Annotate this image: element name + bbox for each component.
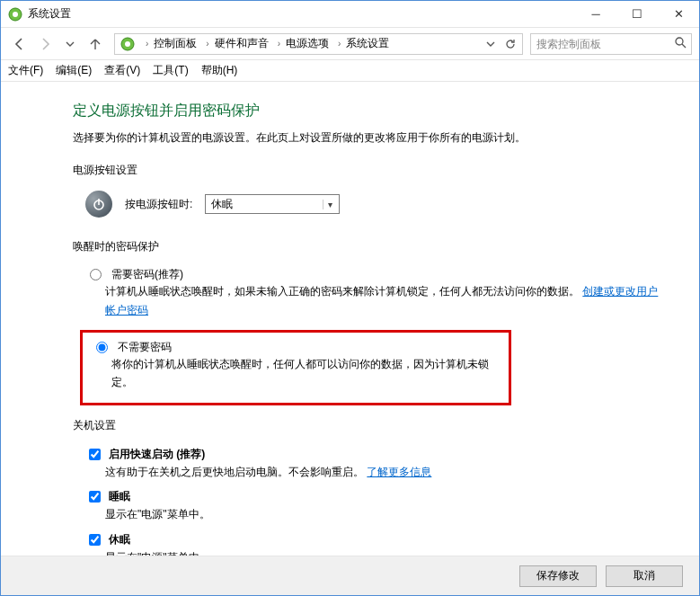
svg-point-3 <box>125 41 130 47</box>
learn-more-link[interactable]: 了解更多信息 <box>367 466 431 478</box>
hibernate-desc: 显示在"电源"菜单中。 <box>85 548 663 556</box>
refresh-button[interactable] <box>501 34 520 54</box>
svg-line-5 <box>682 44 686 48</box>
radio-require-password[interactable]: 需要密码(推荐) 计算机从睡眠状态唤醒时，如果未输入正确的密码来解除计算机锁定，… <box>73 267 663 319</box>
checkbox-fast-startup-label: 启用快速启动 (推荐) <box>109 447 205 462</box>
radio-no-password-input[interactable] <box>96 342 108 353</box>
section-wake-password: 唤醒时的密码保护 <box>73 239 663 254</box>
search-icon[interactable] <box>673 37 688 51</box>
checkbox-hibernate-label: 休眠 <box>109 532 130 547</box>
menu-tools[interactable]: 工具(T) <box>153 63 188 78</box>
footer-bar: 保存修改 取消 <box>1 556 699 595</box>
up-button[interactable] <box>84 32 107 56</box>
menu-help[interactable]: 帮助(H) <box>201 63 238 78</box>
checkbox-sleep[interactable] <box>89 491 101 503</box>
save-button[interactable]: 保存修改 <box>519 565 597 587</box>
navigation-bar: ›控制面板 ›硬件和声音 ›电源选项 ›系统设置 <box>1 28 699 60</box>
recent-dropdown-button[interactable] <box>58 32 82 56</box>
page-description: 选择要为你的计算机设置的电源设置。在此页上对设置所做的更改将应用于你所有的电源计… <box>73 129 663 147</box>
page-title: 定义电源按钮并启用密码保护 <box>73 102 663 120</box>
chevron-down-icon: ▾ <box>323 200 337 209</box>
menu-bar: 文件(F) 编辑(E) 查看(V) 工具(T) 帮助(H) <box>1 60 699 82</box>
radio-no-password[interactable]: 不需要密码 将你的计算机从睡眠状态唤醒时，任何人都可以访问你的数据，因为计算机未… <box>92 340 500 392</box>
forward-button[interactable] <box>33 32 57 56</box>
no-password-desc: 将你的计算机从睡眠状态唤醒时，任何人都可以访问你的数据，因为计算机未锁定。 <box>92 355 500 392</box>
radio-require-password-input[interactable] <box>90 269 102 280</box>
breadcrumb-segment[interactable]: ›系统设置 <box>332 34 393 54</box>
close-button[interactable]: ✕ <box>658 1 699 28</box>
cancel-button[interactable]: 取消 <box>606 565 683 587</box>
app-icon <box>8 7 22 22</box>
minimize-button[interactable]: ─ <box>575 1 616 28</box>
maximize-button[interactable]: ☐ <box>616 1 658 28</box>
menu-edit[interactable]: 编辑(E) <box>56 63 92 78</box>
sleep-desc: 显示在"电源"菜单中。 <box>85 505 663 523</box>
checkbox-sleep-label: 睡眠 <box>109 489 130 504</box>
search-box[interactable] <box>530 33 692 55</box>
highlight-annotation: 不需要密码 将你的计算机从睡眠状态唤醒时，任何人都可以访问你的数据，因为计算机未… <box>80 330 511 405</box>
address-dropdown-button[interactable] <box>481 34 501 54</box>
svg-point-4 <box>676 38 683 45</box>
fast-startup-desc: 这有助于在关机之后更快地启动电脑。不会影响重启。 <box>105 466 364 478</box>
radio-require-password-label: 需要密码(推荐) <box>111 267 183 282</box>
checkbox-fast-startup[interactable] <box>89 449 101 460</box>
power-button-label: 按电源按钮时: <box>125 197 192 212</box>
breadcrumb-segment[interactable]: ›电源选项 <box>272 34 332 54</box>
content-area: 定义电源按钮并启用密码保护 选择要为你的计算机设置的电源设置。在此页上对设置所做… <box>1 82 699 556</box>
require-password-desc: 计算机从睡眠状态唤醒时，如果未输入正确的密码来解除计算机锁定，任何人都无法访问你… <box>105 285 580 298</box>
power-button-action-combo[interactable]: 休眠 ▾ <box>205 194 340 214</box>
checkbox-hibernate[interactable] <box>89 534 101 546</box>
title-bar: 系统设置 ─ ☐ ✕ <box>1 1 699 28</box>
combo-value: 休眠 <box>211 197 323 212</box>
section-shutdown: 关机设置 <box>73 418 663 433</box>
menu-view[interactable]: 查看(V) <box>104 63 140 78</box>
section-power-button: 电源按钮设置 <box>73 163 663 178</box>
window-title: 系统设置 <box>28 6 71 22</box>
control-panel-icon <box>120 37 135 51</box>
breadcrumb-segment[interactable]: ›硬件和声音 <box>200 34 271 54</box>
back-button[interactable] <box>8 32 31 56</box>
breadcrumb-segment[interactable]: ›控制面板 <box>140 34 200 54</box>
address-bar[interactable]: ›控制面板 ›硬件和声音 ›电源选项 ›系统设置 <box>114 33 523 55</box>
search-input[interactable] <box>535 37 673 51</box>
radio-no-password-label: 不需要密码 <box>118 340 172 355</box>
menu-file[interactable]: 文件(F) <box>8 63 43 78</box>
svg-point-1 <box>13 12 18 17</box>
power-icon <box>85 191 112 218</box>
